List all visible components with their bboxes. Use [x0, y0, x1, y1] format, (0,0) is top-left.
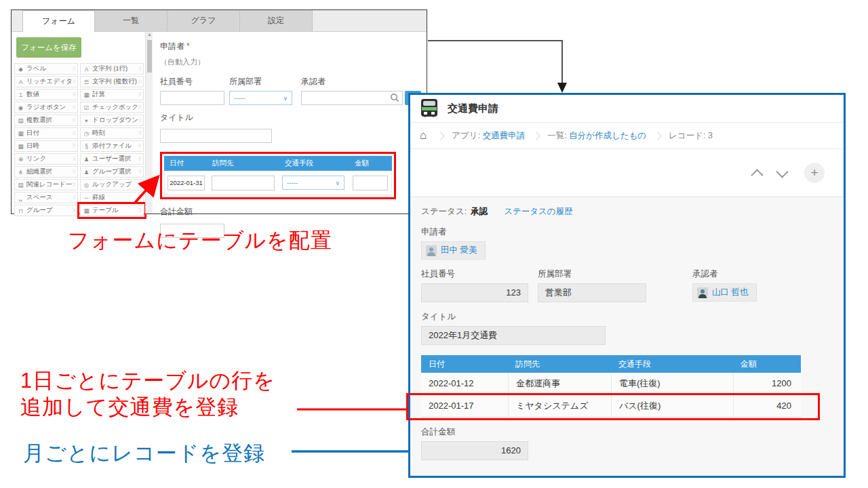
table-date-input[interactable]: 2022-01-31 — [167, 176, 205, 190]
drag-handle-icon: ⠿ — [73, 182, 76, 188]
drag-handle-icon: ⠿ — [138, 79, 142, 85]
text-multi-icon: ☰ — [83, 79, 90, 85]
breadcrumb: ⌂ アプリ: 交通費申請 一覧: 自分が作成したもの レコード: 3 — [410, 122, 844, 149]
form-preview-area: 申請者 * （自動入力） 社員番号 所属部署 -----∨ 承認者 — [153, 32, 427, 214]
black-arrowhead-icon — [557, 83, 567, 93]
save-form-button[interactable]: フォームを保存 — [16, 37, 81, 58]
palette-item-text: 日付 — [26, 129, 73, 138]
drag-handle-icon: ⠿ — [138, 118, 142, 123]
drag-handle-icon: ⠿ — [138, 144, 142, 149]
employee-no-input[interactable] — [160, 91, 224, 105]
checkbox-icon: ☑ — [83, 104, 90, 111]
department-dropdown[interactable]: -----∨ — [229, 91, 292, 105]
drag-handle-icon: ⠿ — [138, 157, 142, 162]
palette-item-radio[interactable]: ◉ラジオボタン⠿ — [14, 102, 78, 113]
palette-item-time[interactable]: ◷時刻⠿ — [80, 127, 144, 139]
drag-handle-icon: ⠿ — [73, 157, 76, 162]
palette-item-group[interactable]: ⊓グループ⠿ — [14, 205, 78, 216]
table-amount-input[interactable] — [353, 176, 388, 190]
applicant-name-link[interactable]: 田中 愛美 — [441, 245, 477, 256]
link-icon: ⊕ — [17, 156, 24, 163]
record-toolbar: + — [410, 149, 844, 197]
palette-item-number[interactable]: 1数値⠿ — [14, 89, 78, 100]
palette-item-text-single[interactable]: A文字列 (1行)⠿ — [80, 63, 144, 75]
tab-graph[interactable]: グラフ — [167, 10, 240, 31]
form-builder-panel: フォーム 一覧 グラフ 設定 フォームを保存 ◆ラベル⠿ A文字列 (1行)⠿ … — [11, 9, 427, 214]
form-table-highlight-box: 日付 訪問先 交通手段 金額 2022-01-31 -----∨ — [160, 152, 396, 199]
palette-item-date[interactable]: ▦日付⠿ — [14, 127, 78, 139]
palette-item-table[interactable]: ▦テーブル⠿ — [80, 205, 144, 216]
annotation-add-rows: 1日ごとにテーブルの行を 追加して交通費を登録 — [20, 367, 275, 420]
status-label: ステータス: — [421, 206, 467, 218]
palette-item-text: 計算 — [92, 90, 138, 99]
next-record-button[interactable] — [776, 165, 788, 178]
form-table-header-destination: 訪問先 — [207, 159, 279, 168]
tab-list[interactable]: 一覧 — [95, 10, 167, 31]
palette-item-text: ルックアップ — [92, 180, 138, 189]
palette-item-text: 罫線 — [92, 193, 138, 202]
train-app-icon — [419, 98, 439, 119]
table-destination-input[interactable] — [212, 176, 275, 190]
palette-item-org-select[interactable]: ⋔組織選択⠿ — [14, 166, 78, 178]
employee-no-label: 社員番号 — [160, 76, 224, 87]
title-input[interactable] — [160, 129, 272, 143]
palette-item-datetime[interactable]: ▦日時⠿ — [14, 140, 78, 152]
table-header-date: 日付 — [421, 359, 508, 370]
chevron-down-icon: ∨ — [283, 95, 288, 102]
palette-item-lookup[interactable]: ◎ルックアップ⠿ — [80, 179, 144, 190]
search-icon — [390, 93, 399, 102]
form-table: 日付 訪問先 交通手段 金額 2022-01-31 -----∨ — [164, 156, 392, 195]
palette-item-text-multi[interactable]: ☰文字列 (複数行)⠿ — [80, 76, 144, 87]
drag-handle-icon: ⠿ — [138, 131, 142, 136]
approver-name-link[interactable]: 山口 哲也 — [712, 287, 748, 298]
add-record-button[interactable]: + — [804, 163, 825, 183]
palette-item-checkbox[interactable]: ☑チェックボックス⠿ — [80, 102, 144, 113]
total-amount-label: 合計金額 — [160, 206, 421, 218]
palette-item-border[interactable]: ─罫線⠿ — [80, 192, 144, 203]
table-transport-dropdown[interactable]: -----∨ — [282, 176, 344, 190]
palette-scrollbar[interactable]: ▲ — [145, 32, 153, 214]
palette-item-dropdown[interactable]: ▾ドロップダウン⠿ — [80, 115, 144, 126]
breadcrumb-app-link[interactable]: 交通費申請 — [483, 131, 526, 140]
palette-item-multiselect[interactable]: ▤複数選択⠿ — [14, 115, 78, 126]
palette-item-text: 組織選択 — [26, 167, 73, 176]
palette-item-related-records[interactable]: ▤関連レコード一覧⠿ — [14, 179, 78, 190]
required-mark: * — [186, 41, 190, 51]
palette-item-link[interactable]: ⊕リンク⠿ — [14, 153, 78, 165]
approver-search-input[interactable] — [301, 91, 403, 105]
drag-handle-icon: ⠿ — [73, 79, 76, 85]
approver-label: 承認者 — [301, 76, 421, 87]
palette-item-text: リッチエディター — [26, 77, 73, 86]
builder-tabbar: フォーム 一覧 グラフ 設定 — [12, 10, 427, 32]
previous-record-button[interactable] — [751, 169, 763, 181]
table-header-destination: 訪問先 — [508, 359, 611, 370]
tab-settings[interactable]: 設定 — [240, 10, 313, 31]
status-history-link[interactable]: ステータスの履歴 — [504, 206, 572, 218]
drag-handle-icon: ⠿ — [73, 131, 76, 136]
breadcrumb-view: 一覧: 自分が作成したもの — [547, 130, 646, 142]
palette-item-text: テーブル — [92, 206, 138, 215]
breadcrumb-separator-icon — [532, 131, 540, 140]
palette-item-calc[interactable]: ▦計算⠿ — [80, 89, 144, 100]
palette-item-user-select[interactable]: ♟ユーザー選択⠿ — [80, 153, 144, 165]
palette-item-label[interactable]: ◆ラベル⠿ — [14, 63, 78, 75]
annotation-monthly-record: 月ごとにレコードを登録 — [23, 439, 265, 468]
record-body: ステータス: 承認 ステータスの履歴 申請者 田中 愛美 社員番号 123 所属… — [410, 197, 844, 476]
richtext-icon: A — [17, 79, 24, 85]
drag-handle-icon: ⠿ — [138, 169, 142, 175]
row-highlight-box — [406, 393, 820, 420]
scroll-up-icon: ▲ — [147, 32, 152, 37]
drag-handle-icon: ⠿ — [138, 66, 142, 72]
breadcrumb-record: レコード: 3 — [669, 130, 713, 142]
palette-item-group-select[interactable]: ♟グループ選択⠿ — [80, 166, 144, 178]
scrollbar-thumb[interactable] — [147, 40, 152, 73]
tab-form[interactable]: フォーム — [22, 10, 95, 32]
lookup-icon: ◎ — [83, 182, 90, 188]
palette-item-richtext[interactable]: Aリッチエディター⠿ — [14, 76, 78, 87]
palette-item-attachment[interactable]: §添付ファイル⠿ — [80, 140, 144, 152]
drag-handle-icon: ⠿ — [73, 105, 76, 110]
home-icon[interactable]: ⌂ — [420, 129, 427, 142]
palette-item-space[interactable]: ␣スペース⠿ — [14, 192, 78, 203]
breadcrumb-view-link[interactable]: 自分が作成したもの — [569, 131, 646, 140]
paperclip-icon: § — [83, 143, 90, 150]
